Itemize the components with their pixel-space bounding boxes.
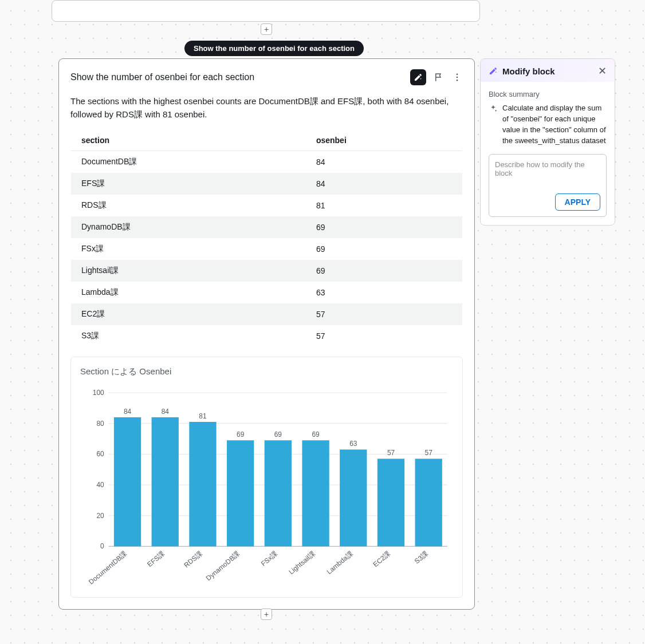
svg-text:63: 63 [349,440,357,448]
pencil-sparkle-icon [414,73,423,82]
svg-point-2 [457,80,458,81]
cell-section: Lambda課 [71,282,306,303]
table-row: EFS課84 [71,173,463,195]
analysis-block: Show the number of osenbei for each sect… [58,58,475,610]
table-row: FSx課69 [71,238,463,260]
cell-section: RDS課 [71,195,306,216]
table-row: S3課57 [71,325,463,347]
chart-x-label: S3課 [413,549,430,565]
block-header-actions [410,69,463,85]
svg-text:20: 20 [96,511,104,519]
svg-text:84: 84 [124,407,132,415]
modify-input-box: APPLY [489,154,607,217]
cell-osenbei: 63 [306,282,463,303]
chart-bar [377,459,404,546]
block-summary-label: Block summary [489,90,607,98]
cell-section: FSx課 [71,238,306,260]
chart-x-label: DocumentDB課 [87,549,128,586]
chart-bar [265,440,292,546]
dots-vertical-icon [452,72,462,82]
flag-icon [434,72,444,82]
cell-osenbei: 81 [306,195,463,216]
cell-osenbei: 69 [306,216,463,238]
osenbei-table: section osenbei DocumentDB課84EFS課84RDS課8… [70,129,463,347]
chart-title: Section による Osenbei [80,366,453,377]
chart-bar [114,417,141,546]
cell-osenbei: 84 [306,151,463,173]
more-menu-button[interactable] [451,72,463,83]
block-pill-label: Show the number of osenbei for each sect… [184,41,364,56]
close-panel-button[interactable]: ✕ [598,66,607,76]
flag-button[interactable] [433,72,445,83]
osenbei-bar-chart: 02040608010084DocumentDB課84EFS課81RDS課69D… [80,381,453,592]
chart-x-label: RDS課 [182,549,203,569]
block-summary-text: The sections with the highest osenbei co… [70,94,463,121]
svg-point-0 [457,73,458,75]
svg-text:80: 80 [96,419,104,427]
cell-section: DocumentDB課 [71,151,306,173]
svg-text:84: 84 [162,407,170,415]
modify-panel-title: Modify block [502,66,555,76]
cell-section: DynamoDB課 [71,216,306,238]
chart-bar [152,417,179,546]
cell-osenbei: 84 [306,173,463,195]
block-header: Show the number of osenbei for each sect… [70,69,463,85]
apply-button[interactable]: APPLY [555,193,600,211]
svg-text:57: 57 [387,449,395,457]
cell-section: EC2課 [71,303,306,325]
chart-x-label: EFS課 [145,549,166,568]
svg-text:60: 60 [96,450,104,458]
chart-x-label: EC2課 [371,549,392,568]
sparkle-icon [489,104,498,113]
table-row: DynamoDB課69 [71,216,463,238]
modify-block-panel: Modify block ✕ Block summary Calculate a… [480,58,615,226]
add-block-below-button[interactable]: + [261,609,272,620]
block-summary-description: Calculate and display the sum of "osenbe… [502,103,607,146]
cell-section: Lightsail課 [71,260,306,282]
chart-x-label: Lambda課 [325,549,355,575]
svg-text:0: 0 [100,542,104,550]
table-row: Lightsail課69 [71,260,463,282]
cell-osenbei: 57 [306,303,463,325]
modify-panel-header: Modify block ✕ [481,59,615,82]
chart-x-label: FSx課 [259,549,279,567]
svg-text:69: 69 [312,430,320,438]
block-title: Show the number of osenbei for each sect… [70,72,254,82]
table-row: RDS課81 [71,195,463,216]
chart-bar [189,421,216,546]
cell-osenbei: 69 [306,238,463,260]
table-row: Lambda課63 [71,282,463,303]
table-row: EC2課57 [71,303,463,325]
svg-text:40: 40 [96,480,104,488]
svg-text:69: 69 [274,430,282,438]
chart-bar [340,449,367,546]
cell-osenbei: 69 [306,260,463,282]
svg-point-1 [457,77,458,78]
svg-text:81: 81 [199,412,207,420]
svg-text:57: 57 [425,449,433,457]
cell-osenbei: 57 [306,325,463,347]
chart-bar [415,459,442,546]
table-header-osenbei: osenbei [306,129,463,151]
cell-section: S3課 [71,325,306,347]
cell-section: EFS課 [71,173,306,195]
add-block-above-button[interactable]: + [261,23,272,35]
chart-panel: Section による Osenbei 02040608010084Docume… [70,357,463,598]
modify-description-input[interactable] [495,160,600,193]
table-header-section: section [71,129,306,151]
svg-text:69: 69 [237,430,245,438]
table-row: DocumentDB課84 [71,151,463,173]
upstream-block-strip [52,0,480,22]
modify-panel-body: Block summary Calculate and display the … [481,82,615,154]
pencil-sparkle-icon [489,66,498,76]
chart-bar [302,440,329,546]
edit-block-button[interactable] [410,69,426,85]
svg-text:100: 100 [93,388,104,396]
chart-bar [227,440,254,546]
chart-x-label: DynamoDB課 [204,549,242,582]
chart-x-label: Lightsail課 [287,549,317,576]
